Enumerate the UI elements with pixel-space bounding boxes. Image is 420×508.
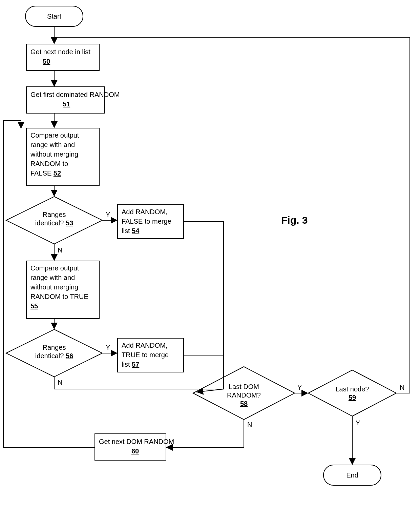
decision-58: Last DOM RANDOM? 58	[193, 367, 295, 420]
svg-text:without merging: without merging	[30, 283, 78, 291]
start-label: Start	[47, 13, 62, 20]
svg-text:FALSE to merge: FALSE to merge	[122, 218, 171, 225]
svg-text:Compare output: Compare output	[30, 131, 79, 139]
svg-text:range with and: range with and	[30, 141, 75, 148]
process-55: Compare output range with and without me…	[26, 261, 99, 319]
edge-59-no-label: N	[400, 384, 404, 391]
decision-56: Ranges identical? 56	[6, 329, 102, 377]
edge-58-60	[166, 420, 244, 447]
n50-text: Get next node in list	[30, 48, 90, 56]
end-label: End	[346, 471, 358, 479]
svg-text:59: 59	[349, 394, 356, 401]
svg-text:RANDOM?: RANDOM?	[227, 391, 261, 399]
edge-56-no-label: N	[58, 379, 62, 386]
edge-58-no-label: N	[247, 421, 252, 428]
n50-ref: 50	[43, 58, 50, 65]
edge-59-yes-label: Y	[356, 419, 360, 427]
svg-text:Ranges: Ranges	[43, 344, 66, 351]
svg-text:RANDOM to TRUE: RANDOM to TRUE	[30, 293, 88, 300]
svg-text:TRUE to merge: TRUE to merge	[122, 351, 169, 359]
process-54: Add RANDOM, FALSE to merge list 54	[118, 205, 184, 239]
svg-text:list 57: list 57	[122, 361, 139, 368]
edge-54-58	[184, 222, 224, 392]
edge-53-no-label: N	[58, 246, 62, 254]
svg-text:58: 58	[240, 400, 248, 407]
svg-text:list 54: list 54	[122, 227, 140, 235]
svg-text:Last DOM: Last DOM	[229, 383, 259, 390]
start-terminator: Start	[25, 6, 83, 26]
svg-text:Add RANDOM,: Add RANDOM,	[122, 208, 168, 216]
process-50: Get next node in list 50	[26, 44, 99, 70]
svg-text:RANDOM to: RANDOM to	[30, 160, 68, 167]
decision-53: Ranges identical? 53	[6, 197, 102, 244]
svg-text:Ranges: Ranges	[43, 211, 66, 218]
process-51: Get first dominated RANDOM 51	[26, 87, 120, 113]
n51-ref: 51	[63, 100, 70, 108]
decision-59: Last node? 59	[308, 370, 396, 416]
figure-label: Fig. 3	[281, 215, 308, 226]
edge-58-yes-label: Y	[297, 384, 302, 391]
n60-text: Get next DOM RANDOM	[99, 438, 174, 445]
n51-text: Get first dominated RANDOM	[30, 91, 120, 98]
svg-text:60: 60	[131, 447, 139, 455]
svg-text:55: 55	[30, 302, 38, 310]
edge-56-yes-label: Y	[106, 344, 110, 351]
svg-text:Last node?: Last node?	[336, 385, 369, 393]
svg-text:identical? 56: identical? 56	[35, 352, 73, 360]
svg-text:identical? 53: identical? 53	[35, 219, 73, 227]
edge-53-yes-label: Y	[106, 211, 110, 218]
process-60: Get next DOM RANDOM 60	[95, 434, 174, 460]
edge-56-no-merge	[54, 377, 224, 389]
end-terminator: End	[323, 465, 381, 485]
process-57: Add RANDOM, TRUE to merge list 57	[118, 338, 184, 372]
svg-text:Add RANDOM,: Add RANDOM,	[122, 342, 168, 349]
svg-text:without merging: without merging	[30, 150, 78, 158]
svg-text:range with and: range with and	[30, 274, 75, 281]
svg-text:FALSE 52: FALSE 52	[30, 169, 61, 177]
svg-text:Compare output: Compare output	[30, 264, 79, 272]
process-52: Compare output range with and without me…	[26, 128, 99, 186]
